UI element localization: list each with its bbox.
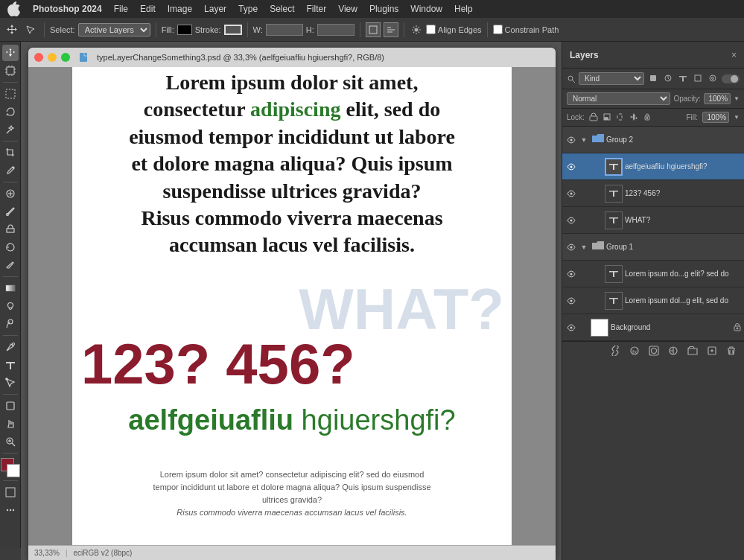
artboard-tool[interactable] <box>2 63 19 79</box>
menu-window[interactable]: Window <box>404 2 448 16</box>
layer-thumb-123 <box>605 185 623 203</box>
main-text-line7: accumsan lacus vel facilisis. <box>169 233 415 256</box>
magic-wand-tool[interactable] <box>2 121 19 138</box>
layer-visibility-lorem1[interactable] <box>565 268 577 280</box>
layer-aelfgeiuafliu[interactable]: ▶ aelfgeiuafliu hgiuershgfi? <box>562 153 744 180</box>
layer-visibility-aelf[interactable] <box>565 161 577 173</box>
filter-type-icon[interactable] <box>677 72 689 86</box>
link-layers-button[interactable] <box>607 344 623 360</box>
window-maximize-button[interactable] <box>61 53 70 62</box>
height-input[interactable] <box>317 24 354 36</box>
filter-toggle[interactable] <box>722 74 740 83</box>
lasso-tool[interactable] <box>2 104 19 120</box>
background-color[interactable] <box>7 464 20 477</box>
toolbar-separator-1 <box>44 22 45 37</box>
layer-expand-group1[interactable]: ▼ <box>579 243 588 252</box>
window-minimize-button[interactable] <box>48 53 57 62</box>
add-adjustment-button[interactable] <box>665 344 681 360</box>
new-layer-button[interactable] <box>704 344 720 360</box>
add-layer-style-button[interactable]: fx <box>626 344 643 360</box>
healing-tool[interactable] <box>2 185 19 202</box>
svg-point-35 <box>12 509 13 511</box>
width-input[interactable] <box>266 24 303 36</box>
layer-group2[interactable]: ▼ Group 2 <box>562 127 744 153</box>
layer-group1[interactable]: ▼ Group 1 <box>562 234 744 261</box>
lock-transparent-icon[interactable] <box>589 112 598 123</box>
selection-tool-icon[interactable] <box>22 23 39 36</box>
layer-background[interactable]: ▶ Background <box>562 314 744 341</box>
move-tool[interactable] <box>2 45 19 61</box>
marquee-tool[interactable] <box>2 86 19 102</box>
menu-filter[interactable]: Filter <box>300 2 332 16</box>
fill-label: Fill: <box>162 25 174 34</box>
fill-color[interactable] <box>177 25 192 35</box>
pen-tool[interactable] <box>2 339 19 355</box>
menu-type[interactable]: Type <box>232 2 264 16</box>
layer-visibility-group2[interactable] <box>565 134 577 146</box>
window-close-button[interactable] <box>34 53 43 62</box>
layer-lorem2[interactable]: ▶ Lorem ipsum dol...g elit, sed do <box>562 287 744 314</box>
transform-icon[interactable] <box>366 22 381 37</box>
text-tool[interactable] <box>2 357 19 373</box>
layer-filter-dropdown[interactable]: Kind <box>579 72 644 85</box>
move-tool-icon[interactable] <box>4 22 19 37</box>
layer-expand-group2[interactable]: ▼ <box>579 136 588 144</box>
menu-plugins[interactable]: Plugins <box>363 2 404 16</box>
filter-shape-icon[interactable] <box>692 72 704 86</box>
layer-visibility-123[interactable] <box>565 188 577 200</box>
shape-tool[interactable] <box>2 398 19 414</box>
align-distribute-icon[interactable] <box>384 22 398 37</box>
dodge-tool[interactable] <box>2 316 19 332</box>
filter-pixel-icon[interactable] <box>647 72 659 86</box>
gradient-tool[interactable] <box>2 280 19 296</box>
layer-filter-bar: Kind <box>562 69 744 89</box>
layer-what[interactable]: ▶ WHAT? <box>562 207 744 234</box>
lock-artboard-icon[interactable] <box>616 112 625 123</box>
blur-tool[interactable] <box>2 298 19 314</box>
blend-mode-dropdown[interactable]: Normal <box>567 92 670 105</box>
history-brush-tool[interactable] <box>2 239 19 255</box>
select-label: Select: <box>50 25 75 34</box>
main-text-line3: eiusmod tempor incididunt ut labore <box>129 125 455 148</box>
settings-icon[interactable] <box>410 23 423 36</box>
filter-adjustment-icon[interactable] <box>662 72 674 86</box>
constrain-path-checkbox[interactable] <box>493 25 503 34</box>
eyedropper-tool[interactable] <box>2 162 19 179</box>
add-mask-button[interactable] <box>646 344 662 360</box>
brush-tool[interactable] <box>2 203 19 220</box>
opacity-input[interactable] <box>704 93 731 104</box>
menu-layer[interactable]: Layer <box>198 2 232 16</box>
crop-tool[interactable] <box>2 144 19 161</box>
eraser-tool[interactable] <box>2 257 19 273</box>
align-edges-checkbox[interactable] <box>426 25 436 34</box>
fill-input[interactable] <box>702 112 729 123</box>
layer-visibility-lorem2[interactable] <box>565 295 577 307</box>
layer-visibility-what[interactable] <box>565 214 577 226</box>
stamp-tool[interactable] <box>2 221 19 238</box>
menu-file[interactable]: File <box>108 2 134 16</box>
layer-visibility-group1[interactable] <box>565 241 577 253</box>
zoom-tool[interactable] <box>2 433 19 450</box>
layer-lorem1[interactable]: ▶ Lorem ipsum do...g elit? sed do <box>562 261 744 287</box>
hand-tool[interactable] <box>2 416 19 432</box>
menu-view[interactable]: View <box>332 2 363 16</box>
menu-select[interactable]: Select <box>264 2 300 16</box>
filter-smart-icon[interactable] <box>707 72 719 86</box>
path-selection-tool[interactable] <box>2 375 19 391</box>
layer-visibility-background[interactable] <box>565 322 577 334</box>
layers-panel-close[interactable]: × <box>731 50 737 60</box>
menu-image[interactable]: Image <box>162 2 198 16</box>
layer-type-dropdown[interactable]: Active Layers <box>78 23 150 36</box>
extra-tools-icon[interactable] <box>2 502 19 518</box>
lock-all-icon[interactable] <box>643 112 652 123</box>
stroke-color[interactable] <box>224 25 242 35</box>
screen-mode-icon[interactable] <box>2 484 19 500</box>
lock-image-icon[interactable] <box>602 112 611 123</box>
create-group-button[interactable] <box>684 344 701 360</box>
menu-edit[interactable]: Edit <box>134 2 162 16</box>
menu-help[interactable]: Help <box>448 2 479 16</box>
layer-123456[interactable]: ▶ 123? 456? <box>562 180 744 207</box>
lock-position-icon[interactable] <box>629 112 638 123</box>
delete-layer-button[interactable] <box>723 344 740 360</box>
canvas-viewport[interactable]: Lorem ipsum dolor sit amet, consectetur … <box>28 67 556 545</box>
